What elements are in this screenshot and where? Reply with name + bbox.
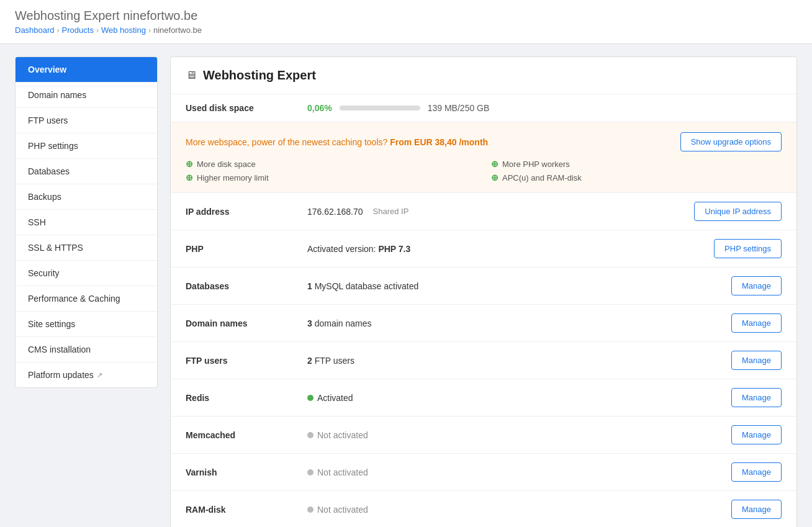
- sidebar-item-overview[interactable]: Overview: [16, 57, 157, 83]
- upgrade-feature-disk: ⊕ More disk space: [186, 159, 476, 169]
- memcached-row: Memcached Not activated Manage: [171, 417, 796, 454]
- ftp-users-label: FTP users: [186, 356, 297, 366]
- sidebar-item-platform-updates[interactable]: Platform updates ↗: [16, 363, 157, 387]
- panel-title: Webhosting Expert: [203, 68, 316, 83]
- sidebar-item-databases[interactable]: Databases: [16, 159, 157, 184]
- plus-circle-icon-3: ⊕: [186, 173, 193, 182]
- upgrade-features: ⊕ More disk space ⊕ More PHP workers ⊕ H…: [186, 159, 782, 182]
- breadcrumb-dashboard[interactable]: Dashboard: [15, 25, 55, 35]
- sidebar-item-security[interactable]: Security: [16, 261, 157, 286]
- sidebar-item-php-settings[interactable]: PHP settings: [16, 133, 157, 159]
- upgrade-price: From EUR 38,40 /month: [390, 137, 488, 147]
- ram-disk-row: RAM-disk Not activated Manage: [171, 491, 796, 527]
- memcached-label: Memcached: [186, 430, 297, 440]
- disk-progress-bar: [340, 106, 420, 110]
- varnish-row: Varnish Not activated Manage: [171, 454, 796, 491]
- shared-ip-label: Shared IP: [373, 207, 409, 216]
- redis-row: Redis Activated Manage: [171, 379, 796, 417]
- header: Webhosting Expert ninefortwo.be Dashboar…: [0, 0, 812, 44]
- databases-manage-button[interactable]: Manage: [731, 276, 782, 295]
- memcached-manage-button[interactable]: Manage: [731, 425, 782, 444]
- main-panel: 🖥 Webhosting Expert Used disk space 0,06…: [170, 56, 797, 527]
- domain-names-row: Domain names 3 domain names Manage: [171, 305, 796, 342]
- sidebar-item-ftp-users[interactable]: FTP users: [16, 108, 157, 133]
- sidebar-item-backups[interactable]: Backups: [16, 184, 157, 210]
- redis-label: Redis: [186, 393, 297, 403]
- sidebar-item-ssl-https[interactable]: SSL & HTTPS: [16, 235, 157, 261]
- panel-header: 🖥 Webhosting Expert: [171, 57, 796, 94]
- databases-row: Databases 1 MySQL database activated Man…: [171, 268, 796, 305]
- domain-names-value: 3 domain names: [307, 318, 721, 328]
- varnish-label: Varnish: [186, 467, 297, 477]
- domain-names-label: Domain names: [186, 318, 297, 328]
- varnish-manage-button[interactable]: Manage: [731, 462, 782, 482]
- databases-label: Databases: [186, 281, 297, 291]
- ip-address-row: IP address 176.62.168.70 Shared IP Uniqu…: [171, 193, 796, 230]
- php-version: PHP 7.3: [378, 244, 410, 254]
- php-value: Activated version: PHP 7.3: [307, 244, 704, 254]
- ip-address-text: 176.62.168.70: [307, 207, 363, 217]
- site-title: Webhosting Expert ninefortwo.be: [15, 9, 797, 23]
- upgrade-text: More webspace, power of the newest cachi…: [186, 137, 488, 147]
- redis-manage-button[interactable]: Manage: [731, 388, 782, 407]
- ftp-users-manage-button[interactable]: Manage: [731, 351, 782, 370]
- ftp-users-text: 2 FTP users: [307, 356, 354, 366]
- disk-percent: 0,06%: [307, 103, 332, 113]
- server-icon: 🖥: [186, 69, 197, 82]
- breadcrumb-current: ninefortwo.be: [153, 25, 202, 35]
- show-upgrade-options-button[interactable]: Show upgrade options: [680, 132, 782, 151]
- disk-space-label: Used disk space: [186, 103, 297, 113]
- unique-ip-button[interactable]: Unique IP address: [694, 202, 782, 221]
- php-settings-button[interactable]: PHP settings: [714, 239, 782, 258]
- ram-disk-status: Not activated: [307, 505, 368, 515]
- ip-address-value: 176.62.168.70 Shared IP: [307, 207, 684, 217]
- databases-value: 1 MySQL database activated: [307, 281, 721, 291]
- disk-size: 139 MB/250 GB: [428, 103, 490, 113]
- sidebar: Overview Domain names FTP users PHP sett…: [15, 56, 158, 388]
- breadcrumb-webhosting[interactable]: Web hosting: [101, 25, 146, 35]
- sidebar-item-performance-caching[interactable]: Performance & Caching: [16, 286, 157, 312]
- plus-circle-icon-2: ⊕: [491, 159, 498, 169]
- plus-circle-icon-4: ⊕: [491, 173, 498, 182]
- varnish-status-dot: [307, 469, 314, 475]
- ram-disk-label: RAM-disk: [186, 505, 297, 515]
- ftp-users-row: FTP users 2 FTP users Manage: [171, 342, 796, 379]
- ip-address-label: IP address: [186, 207, 297, 217]
- sidebar-item-ssh[interactable]: SSH: [16, 210, 157, 235]
- disk-space-value: 0,06% 139 MB/250 GB: [307, 103, 782, 113]
- breadcrumb: Dashboard › Products › Web hosting › nin…: [15, 25, 797, 35]
- breadcrumb-products[interactable]: Products: [62, 25, 94, 35]
- upgrade-feature-memory: ⊕ Higher memory limit: [186, 173, 476, 182]
- memcached-status: Not activated: [307, 430, 368, 440]
- platform-updates-label: Platform updates: [28, 370, 94, 380]
- php-text: Activated version: PHP 7.3: [307, 244, 410, 254]
- domain-names-manage-button[interactable]: Manage: [731, 313, 782, 333]
- ram-disk-status-dot: [307, 507, 314, 513]
- upgrade-banner: More webspace, power of the newest cachi…: [171, 122, 796, 193]
- sidebar-item-cms-installation[interactable]: CMS installation: [16, 337, 157, 363]
- sidebar-item-site-settings[interactable]: Site settings: [16, 312, 157, 337]
- external-link-icon: ↗: [97, 371, 102, 379]
- breadcrumb-sep-1: ›: [57, 26, 60, 35]
- memcached-value: Not activated: [307, 430, 721, 440]
- breadcrumb-sep-2: ›: [96, 26, 99, 35]
- ram-disk-manage-button[interactable]: Manage: [731, 500, 782, 519]
- redis-value: Activated: [307, 393, 721, 403]
- upgrade-feature-php-workers: ⊕ More PHP workers: [491, 159, 782, 169]
- php-row: PHP Activated version: PHP 7.3 PHP setti…: [171, 230, 796, 268]
- redis-status-dot: [307, 395, 314, 401]
- varnish-value: Not activated: [307, 467, 721, 477]
- php-label: PHP: [186, 244, 297, 254]
- domain-names-text: 3 domain names: [307, 318, 372, 328]
- plus-circle-icon-1: ⊕: [186, 159, 193, 169]
- upgrade-feature-apc: ⊕ APC(u) and RAM-disk: [491, 173, 782, 182]
- redis-status: Activated: [307, 393, 353, 403]
- sidebar-item-domain-names[interactable]: Domain names: [16, 83, 157, 108]
- databases-text: 1 MySQL database activated: [307, 281, 418, 291]
- ram-disk-value: Not activated: [307, 505, 721, 515]
- memcached-status-dot: [307, 432, 314, 438]
- breadcrumb-sep-3: ›: [148, 26, 151, 35]
- disk-space-row: Used disk space 0,06% 139 MB/250 GB: [171, 94, 796, 122]
- ftp-users-value: 2 FTP users: [307, 356, 721, 366]
- varnish-status: Not activated: [307, 467, 368, 477]
